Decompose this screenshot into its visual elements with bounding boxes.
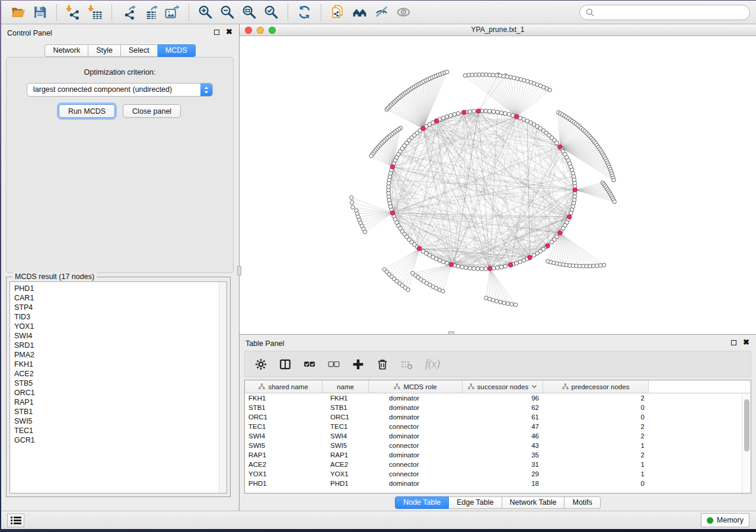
mcds-result-node[interactable]: SWI5 — [14, 416, 227, 426]
table-row[interactable]: TEC1TEC1connector472 — [245, 422, 742, 431]
table-tab-node-table[interactable]: Node Table — [395, 496, 449, 509]
show-details-button[interactable] — [393, 2, 414, 22]
mcds-result-node[interactable]: GCR1 — [14, 435, 227, 445]
import-table-icon — [88, 5, 103, 20]
save-session-button[interactable] — [29, 2, 51, 22]
mcds-result-node[interactable]: STP4 — [14, 303, 227, 312]
control-panel-float-button[interactable] — [214, 30, 219, 35]
vertical-splitter-handle[interactable] — [237, 266, 241, 275]
control-tab-style[interactable]: Style — [88, 44, 121, 57]
search-input[interactable] — [598, 8, 744, 17]
function-builder-button: f(x) — [425, 358, 440, 370]
table-tab-edge-table[interactable]: Edge Table — [449, 496, 502, 509]
minimize-window-icon[interactable] — [257, 27, 264, 34]
table-tab-motifs[interactable]: Motifs — [564, 496, 600, 509]
table-row[interactable]: FKH1FKH1dominator962 — [245, 393, 742, 403]
refresh-button[interactable] — [294, 2, 315, 22]
show-columns-icon — [279, 358, 291, 370]
network-overview-button[interactable] — [349, 2, 371, 22]
deselect-all-rows-button[interactable] — [328, 358, 340, 370]
table-cell: YOX1 — [245, 469, 323, 479]
close-panel-button[interactable]: Close panel — [123, 104, 181, 118]
table-header-row: shared namenameMCDS rolesuccessor nodesp… — [245, 380, 751, 393]
optimization-criterion-select[interactable]: largest connected component (undirected) — [27, 83, 213, 97]
table-panel-close-button[interactable]: ✖ — [743, 338, 749, 347]
table-cell: connector — [369, 469, 462, 479]
mcds-result-node[interactable]: ACE2 — [14, 369, 227, 379]
table-panel-float-button[interactable] — [731, 340, 736, 345]
delete-columns-button[interactable] — [377, 358, 388, 370]
table-panel-title: Table Panel — [245, 339, 284, 348]
open-session-button[interactable] — [7, 2, 29, 22]
show-columns-button[interactable] — [279, 358, 291, 370]
status-menu-button[interactable] — [7, 514, 24, 527]
mcds-result-node[interactable]: TEC1 — [14, 426, 227, 435]
table-row[interactable]: STB1STB1dominator620 — [245, 403, 742, 412]
hide-details-button[interactable] — [371, 2, 393, 22]
table-tab-network-table[interactable]: Network Table — [502, 496, 565, 509]
control-tab-mcds[interactable]: MCDS — [158, 44, 196, 57]
export-network-button[interactable] — [117, 2, 139, 22]
mcds-result-node[interactable]: STB5 — [14, 379, 227, 388]
zoom-in-button[interactable] — [194, 2, 216, 22]
table-cell: 43 — [462, 441, 543, 450]
network-graph[interactable] — [240, 36, 756, 334]
select-stepper-icon — [200, 84, 212, 96]
zoom-selected-button[interactable] — [260, 2, 282, 22]
control-tab-network[interactable]: Network — [44, 44, 88, 57]
share-network-button[interactable] — [327, 2, 349, 22]
mcds-result-node[interactable]: SRD1 — [14, 341, 227, 350]
mcds-result-node[interactable]: YOX1 — [14, 322, 227, 331]
tree-column-icon — [259, 383, 265, 390]
table-cell: connector — [369, 441, 462, 450]
zoom-out-button[interactable] — [216, 2, 238, 22]
mcds-result-node[interactable]: TID3 — [14, 312, 227, 322]
table-row[interactable]: ACE2ACE2connector311 — [245, 460, 742, 469]
column-header-successor-nodes[interactable]: successor nodes — [462, 380, 543, 393]
close-window-icon[interactable] — [245, 27, 252, 34]
control-tab-select[interactable]: Select — [121, 44, 158, 57]
maximize-window-icon[interactable] — [269, 27, 276, 34]
import-network-button[interactable] — [62, 2, 84, 22]
export-image-button[interactable] — [161, 2, 183, 22]
column-header-mcds-role[interactable]: MCDS role — [369, 380, 462, 393]
table-cell: FKH1 — [245, 393, 323, 403]
column-header-predecessor-nodes[interactable]: predecessor nodes — [543, 380, 649, 393]
table-row[interactable]: YOX1YOX1connector291 — [245, 469, 742, 479]
network-canvas[interactable] — [240, 36, 756, 334]
control-panel-close-button[interactable]: ✖ — [226, 28, 232, 36]
table-scrollbar-track[interactable] — [742, 393, 751, 493]
export-table-button[interactable] — [139, 2, 161, 22]
table-row[interactable]: SWI5SWI5connector431 — [245, 441, 742, 450]
mcds-result-node[interactable]: CAR1 — [14, 293, 227, 303]
zoom-selected-icon — [264, 5, 279, 20]
select-all-rows-button[interactable] — [304, 358, 315, 370]
mcds-list-scrollbar[interactable] — [219, 282, 227, 493]
horizontal-splitter-handle[interactable] — [448, 331, 454, 335]
show-details-icon — [396, 5, 411, 20]
table-cell: 35 — [462, 450, 543, 460]
import-table-button[interactable] — [84, 2, 106, 22]
mcds-result-node[interactable]: PHD1 — [14, 284, 227, 293]
table-scrollbar-thumb[interactable] — [744, 399, 749, 451]
mcds-result-list[interactable]: PHD1CAR1STP4TID3YOX1SWI4SRD1PMA2FKH1ACE2… — [9, 281, 227, 493]
table-row[interactable]: ORC1ORC1dominator610 — [245, 412, 742, 422]
mcds-result-node[interactable]: SWI4 — [14, 331, 227, 341]
memory-button[interactable]: Memory — [701, 513, 749, 527]
table-settings-button[interactable] — [255, 358, 267, 370]
zoom-fit-button[interactable] — [238, 2, 260, 22]
table-row[interactable]: RAP1RAP1dominator352 — [245, 450, 742, 460]
mcds-result-node[interactable]: RAP1 — [14, 398, 227, 407]
run-mcds-button[interactable]: Run MCDS — [59, 104, 115, 118]
add-column-button[interactable] — [352, 358, 364, 370]
column-header-name[interactable]: name — [323, 380, 369, 393]
table-cell: 2 — [543, 450, 649, 460]
table-row[interactable]: SWI4SWI4dominator462 — [245, 431, 742, 441]
mcds-result-node[interactable]: ORC1 — [14, 388, 227, 398]
table-row[interactable]: PHD1PHD1dominator180 — [245, 479, 742, 488]
column-header-shared-name[interactable]: shared name — [245, 380, 323, 393]
hide-details-icon — [374, 5, 389, 20]
mcds-result-node[interactable]: PMA2 — [14, 350, 227, 360]
mcds-result-node[interactable]: STB1 — [14, 407, 227, 416]
mcds-result-node[interactable]: FKH1 — [14, 360, 227, 369]
